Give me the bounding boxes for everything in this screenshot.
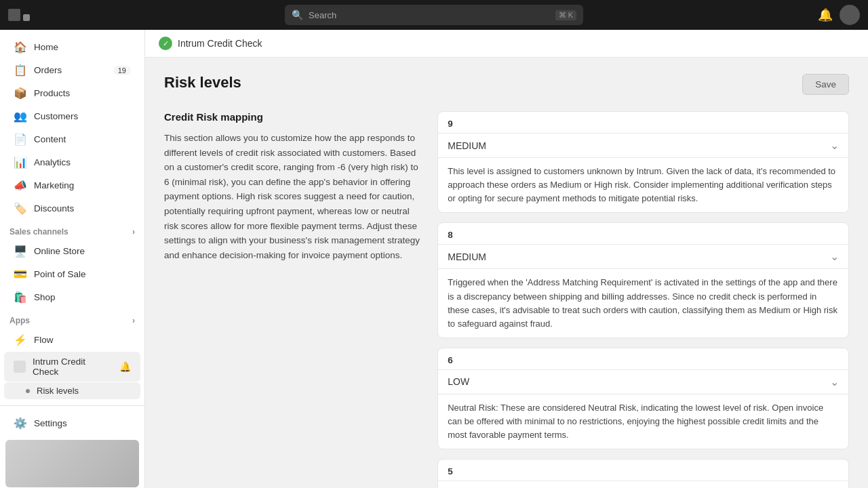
home-icon: 🏠 (14, 41, 27, 54)
sidebar-label-flow: Flow (34, 335, 54, 345)
risk-select-value-0: MEDIUM (448, 140, 486, 151)
risk-card-2: 6LOW⌄Neutral Risk: These are considered … (437, 348, 849, 449)
online-store-icon: 🖥️ (14, 245, 27, 258)
sidebar-item-content[interactable]: 📄 Content (4, 128, 140, 150)
customers-icon: 👥 (14, 110, 27, 123)
apps-expand-icon[interactable]: › (132, 316, 135, 325)
risk-select-row-1[interactable]: MEDIUM⌄ (438, 244, 848, 269)
sidebar-thumbnail (5, 440, 139, 487)
page-content: Risk levels Save Credit Risk mapping Thi… (145, 58, 868, 488)
products-icon: 📦 (14, 87, 27, 100)
sidebar: 🏠 Home 📋 Orders 19 📦 Products 👥 Customer… (0, 30, 145, 488)
sidebar-label-orders: Orders (34, 65, 62, 75)
discounts-icon: 🏷️ (14, 202, 27, 215)
sidebar-label-content: Content (34, 134, 66, 144)
topbar-right: 🔔 (818, 5, 860, 25)
sidebar-item-marketing[interactable]: 📣 Marketing (4, 174, 140, 197)
two-col-layout: Credit Risk mapping This section allows … (164, 111, 849, 488)
sidebar-label-risk-levels: Risk levels (37, 386, 79, 396)
sidebar-item-orders[interactable]: 📋 Orders 19 (4, 59, 140, 81)
thumbnail-image (5, 440, 139, 487)
risk-chevron-icon-0: ⌄ (830, 139, 839, 152)
sidebar-label-analytics: Analytics (34, 157, 71, 167)
risk-card-desc-2: Neutral Risk: These are considered Neutr… (438, 394, 848, 449)
app-header: ✓ Intrum Credit Check (145, 30, 868, 58)
risk-card-0: 9MEDIUM⌄This level is assigned to custom… (437, 111, 849, 213)
section-title: Credit Risk mapping (164, 111, 421, 123)
point-of-sale-icon: 💳 (14, 268, 27, 281)
sidebar-item-products[interactable]: 📦 Products (4, 82, 140, 104)
sales-channels-section: Sales channels › (0, 220, 144, 239)
risk-card-1: 8MEDIUM⌄Triggered when the 'Address Matc… (437, 222, 849, 338)
risk-card-number-3: 5 (438, 460, 848, 481)
intrum-notification-icon[interactable]: 🔔 (119, 361, 131, 372)
page-title: Risk levels (164, 74, 241, 92)
risk-card-number-1: 8 (438, 223, 848, 244)
sidebar-item-settings[interactable]: ⚙️ Settings (4, 412, 140, 434)
sidebar-item-home[interactable]: 🏠 Home (4, 36, 140, 58)
apps-title: Apps (9, 316, 30, 325)
sidebar-nav: 🏠 Home 📋 Orders 19 📦 Products 👥 Customer… (0, 30, 144, 405)
section-description: This section allows you to customize how… (164, 131, 421, 262)
sidebar-label-shop: Shop (34, 292, 56, 302)
risk-card-desc-1: Triggered when the 'Address Matching Req… (438, 269, 848, 338)
sidebar-item-discounts[interactable]: 🏷️ Discounts (4, 197, 140, 220)
topbar: 🔍 Search ⌘ K 🔔 (0, 0, 868, 30)
search-shortcut: ⌘ K (555, 10, 576, 20)
sidebar-label-intrum: Intrum Credit Check (33, 357, 113, 377)
risk-card-desc-0: This level is assigned to customers unkn… (438, 158, 848, 212)
sidebar-item-online-store[interactable]: 🖥️ Online Store (4, 240, 140, 262)
orders-icon: 📋 (14, 64, 27, 77)
sidebar-footer: ⚙️ Settings (0, 405, 144, 488)
app-check-icon: ✓ (159, 37, 172, 50)
sidebar-label-online-store: Online Store (34, 246, 85, 256)
search-bar[interactable]: 🔍 Search ⌘ K (285, 5, 583, 25)
risk-select-value-1: MEDIUM (448, 251, 486, 262)
content-icon: 📄 (14, 133, 27, 146)
risk-select-value-2: LOW (448, 376, 469, 387)
flow-icon: ⚡ (14, 333, 27, 346)
right-column: 9MEDIUM⌄This level is assigned to custom… (437, 111, 849, 488)
risk-card-number-0: 9 (438, 112, 848, 133)
analytics-icon: 📊 (14, 156, 27, 169)
logo-square-2 (23, 14, 30, 21)
risk-levels-dot (26, 389, 30, 393)
sidebar-label-marketing: Marketing (34, 180, 74, 190)
sidebar-item-point-of-sale[interactable]: 💳 Point of Sale (4, 263, 140, 285)
logo-square-1 (8, 9, 20, 21)
apps-section: Apps › (0, 309, 144, 328)
sales-channels-title: Sales channels (9, 227, 68, 237)
search-placeholder: Search (309, 10, 336, 20)
user-avatar[interactable] (840, 5, 860, 25)
sidebar-item-customers[interactable]: 👥 Customers (4, 105, 140, 127)
risk-card-number-2: 6 (438, 348, 848, 369)
sidebar-item-intrum-credit-check[interactable]: Intrum Credit Check 🔔 (4, 352, 140, 382)
notification-bell-icon[interactable]: 🔔 (818, 7, 833, 22)
risk-select-row-3[interactable]: LOW⌄ (438, 481, 848, 488)
orders-badge: 19 (113, 66, 131, 75)
page-header: Risk levels Save (164, 74, 849, 95)
search-icon: 🔍 (292, 9, 303, 20)
left-column: Credit Risk mapping This section allows … (164, 111, 421, 488)
content-area: ✓ Intrum Credit Check Risk levels Save C… (145, 30, 868, 488)
sidebar-item-shop[interactable]: 🛍️ Shop (4, 286, 140, 308)
sidebar-label-discounts: Discounts (34, 203, 74, 214)
logo (8, 9, 30, 21)
main-layout: 🏠 Home 📋 Orders 19 📦 Products 👥 Customer… (0, 30, 868, 488)
risk-select-row-2[interactable]: LOW⌄ (438, 369, 848, 394)
save-button[interactable]: Save (802, 74, 849, 95)
sidebar-item-flow[interactable]: ⚡ Flow (4, 329, 140, 351)
sales-channels-expand-icon[interactable]: › (132, 227, 135, 237)
sidebar-label-products: Products (34, 88, 70, 98)
sidebar-item-analytics[interactable]: 📊 Analytics (4, 151, 140, 174)
intrum-icon (14, 361, 26, 373)
sidebar-sub-item-risk-levels[interactable]: Risk levels (4, 382, 140, 399)
app-header-title: Intrum Credit Check (178, 38, 262, 49)
shop-icon: 🛍️ (14, 291, 27, 304)
risk-select-row-0[interactable]: MEDIUM⌄ (438, 133, 848, 158)
sidebar-label-point-of-sale: Point of Sale (34, 269, 86, 279)
risk-chevron-icon-2: ⌄ (830, 375, 839, 388)
settings-icon: ⚙️ (14, 417, 27, 430)
sidebar-label-home: Home (34, 42, 58, 52)
risk-chevron-icon-1: ⌄ (830, 250, 839, 263)
